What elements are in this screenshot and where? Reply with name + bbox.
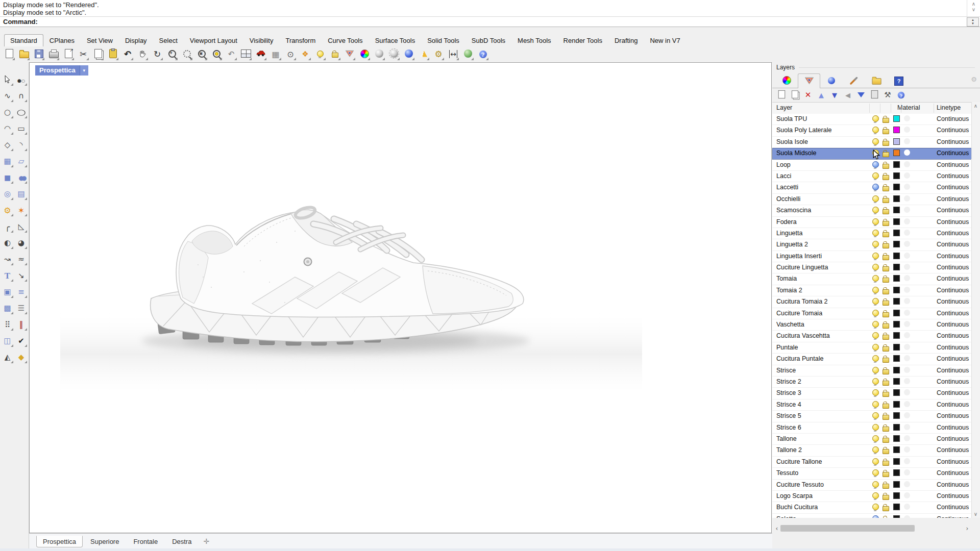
layer-material[interactable] [903,287,911,293]
layer-lock-toggle[interactable] [881,218,890,226]
layer-color-swatch[interactable] [892,481,900,488]
layer-visibility-toggle[interactable] [871,310,879,316]
layer-linetype[interactable]: Continuous [937,481,969,488]
layer-row-strisce-3[interactable]: Strisce 3 Continuous [772,388,972,399]
move-up-button[interactable]: ▲ [816,90,826,101]
cut-button[interactable]: ✂ [77,48,89,61]
menu-display[interactable]: Display [119,34,153,46]
panel-tab-help[interactable]: ? [888,73,910,88]
tool-revolve[interactable]: ◎ [1,188,14,201]
panel-tab-rendering[interactable] [820,73,843,88]
layer-visibility-toggle[interactable] [871,321,879,328]
layer-lock-toggle[interactable] [881,424,890,432]
layer-linetype[interactable]: Continuous [937,218,969,226]
shaded-display-button[interactable] [344,48,356,61]
move-down-button[interactable]: ▼ [829,90,840,101]
layer-visibility-toggle[interactable] [871,138,879,145]
layer-visibility-toggle[interactable] [871,367,879,373]
layer-row-suola-midsole[interactable]: Suola Midsole Continuous [772,148,972,159]
layer-material[interactable] [903,241,911,247]
layer-row-strisce-5[interactable]: Strisce 5 Continuous [772,411,972,422]
layer-color-swatch[interactable] [892,515,900,518]
rotate-view-button[interactable]: ↻ [151,48,163,61]
layer-lock-toggle[interactable] [881,355,890,363]
layer-color-swatch[interactable] [892,195,900,202]
layer-lock-toggle[interactable] [881,287,890,294]
layer-row-puntale[interactable]: Puntale Continuous [772,342,972,354]
layer-material[interactable] [903,310,911,316]
layer-visibility-toggle[interactable] [871,355,879,362]
tool-array[interactable]: ⠿ [1,318,14,331]
tool-surface-network[interactable]: ▤ [15,188,28,201]
tool-sweep[interactable]: ◆ [15,351,28,364]
cplane-button[interactable]: ▦ [270,48,282,61]
layer-material[interactable] [903,435,911,441]
layer-material[interactable] [903,184,911,190]
layer-lock-toggle[interactable] [881,161,890,169]
render-button[interactable] [403,48,415,61]
layer-visibility-toggle[interactable] [871,344,879,350]
layer-row-cucitura-puntale[interactable]: Cucitura Puntale Continuous [772,354,972,365]
layer-row-vaschetta[interactable]: Vaschetta Continuous [772,319,972,331]
layer-material[interactable] [903,412,911,418]
layer-color-swatch[interactable] [892,310,900,316]
paste-button[interactable] [107,48,119,61]
layer-lock-toggle[interactable] [881,469,890,477]
layer-material[interactable] [903,332,911,338]
menu-mesh-tools[interactable]: Mesh Tools [511,34,557,46]
layer-color-swatch[interactable] [892,504,900,510]
layer-material[interactable] [903,344,911,350]
layer-color-swatch[interactable] [892,264,900,270]
viewport-tab-frontale[interactable]: Frontale [127,536,164,547]
layer-material[interactable] [903,195,911,202]
layer-row-cuciture-tomaia[interactable]: Cuciture Tomaia Continuous [772,308,972,319]
shoe-3d-model[interactable] [30,63,771,533]
command-spinner[interactable]: ▲▼ [967,17,979,27]
tool-drape[interactable]: ☰ [15,302,28,315]
layer-material[interactable] [903,230,911,236]
rendered-display-button[interactable] [358,48,371,61]
menu-solid-tools[interactable]: Solid Tools [421,34,465,46]
tool-group[interactable]: ▣ [1,286,14,298]
command-history-scrollbar[interactable]: ∧ ∨ [967,0,980,17]
layer-visibility-toggle[interactable] [871,172,879,179]
options-button[interactable]: ⚙ [432,48,445,61]
layer-color-swatch[interactable] [892,355,900,362]
tool-boolean-union[interactable]: ●● [15,171,28,184]
viewport-title[interactable]: Prospettica [35,65,80,76]
layer-lock-toggle[interactable] [881,389,890,397]
layer-material[interactable] [903,492,911,498]
layer-material[interactable] [903,389,911,395]
layer-color-swatch[interactable] [892,287,900,293]
layer-visibility-toggle[interactable] [871,207,879,213]
layer-material[interactable] [903,469,911,475]
tool-adjust-curve[interactable]: ↝ [1,253,14,266]
layer-linetype[interactable]: Continuous [937,401,969,408]
layer-lock-toggle[interactable] [881,332,890,340]
panel-tab-libraries[interactable] [865,73,888,88]
lock-objects-button[interactable] [329,48,341,61]
layer-color-swatch[interactable] [892,378,900,385]
layer-linetype[interactable]: Continuous [937,264,969,271]
new-layer-button[interactable] [776,90,787,101]
menu-set-view[interactable]: Set View [81,34,119,46]
layer-visibility-toggle[interactable] [871,481,879,488]
layer-linetype[interactable]: Continuous [937,149,969,157]
layer-color-swatch[interactable] [892,149,900,156]
layer-linetype[interactable]: Continuous [937,172,969,180]
layer-row-tomaia-2[interactable]: Tomaia 2 Continuous [772,285,972,296]
layer-row-suola-isole[interactable]: Suola Isole Continuous [772,137,972,148]
layer-linetype[interactable]: Continuous [937,241,969,248]
layer-row-loop[interactable]: Loop Continuous [772,160,972,171]
viewport-title-dropdown[interactable]: Prospettica ▼ [35,65,88,76]
tool-fillet-edge[interactable]: ╭ [1,220,14,233]
layer-row-cuciture-tallone[interactable]: Cuciture Tallone Continuous [772,457,972,468]
zoom-extents-button[interactable]: ▣ [195,48,208,61]
panel-tab-materials[interactable] [843,73,865,88]
viewport-tab-destra[interactable]: Destra [165,536,198,547]
layer-row-linguetta-inserti[interactable]: Linguetta Inserti Continuous [772,251,972,262]
layer-lock-toggle[interactable] [881,207,890,214]
layer-visibility-toggle[interactable] [871,218,879,225]
layer-visibility-toggle[interactable] [871,230,879,236]
open-file-button[interactable] [18,48,30,61]
